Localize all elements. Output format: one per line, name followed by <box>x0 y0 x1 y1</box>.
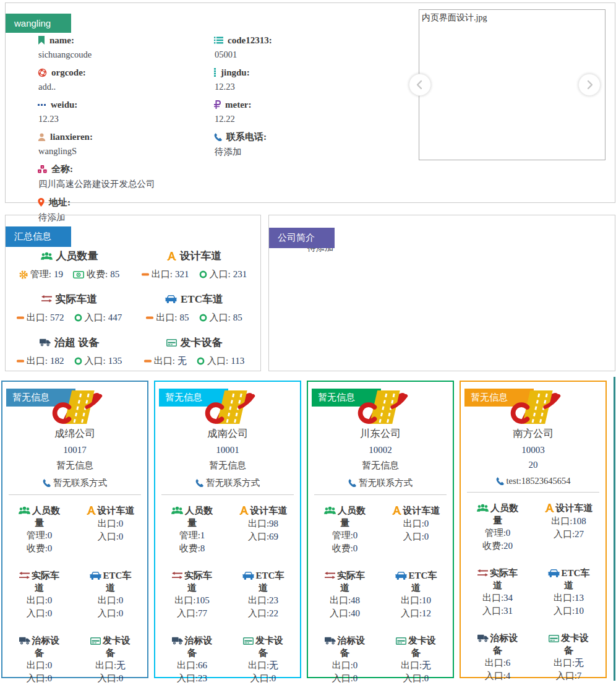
company-contact: 暂无联系方式 <box>9 477 141 495</box>
card-stat: 出口48 <box>309 594 380 607</box>
field-label: 联系电话: <box>214 131 406 143</box>
field-label: name: <box>38 34 214 46</box>
tab-company-name[interactable]: wangling <box>6 14 71 33</box>
summary-group: 治超 设备 出口182 入口135 <box>7 335 132 367</box>
company-contact: 暂无联系方式 <box>161 477 294 495</box>
truck-icon <box>325 637 336 645</box>
summary-stat: 入口85 <box>199 312 242 324</box>
company-card[interactable]: 暂无信息 成南公司 10001 暂无信息 暂无联系方式 人员数量 管理1收费8 … <box>154 381 301 678</box>
card-group-title: 人员数量 <box>168 505 216 529</box>
money-icon <box>73 271 84 278</box>
card-group-title: 发卡设备 <box>545 632 593 657</box>
tab-company-profile[interactable]: 公司简介 <box>269 228 335 248</box>
card-icon <box>90 637 101 645</box>
field-label-text: 联系电话: <box>226 131 267 143</box>
company-code: 10002 <box>308 445 453 455</box>
card-group-title: 发卡设备 <box>87 635 135 659</box>
card-stat: 出口0 <box>380 517 451 530</box>
field-value: 12.23 <box>215 82 406 92</box>
exchange-icon <box>477 569 488 577</box>
card-stat: 出口0 <box>4 659 75 672</box>
company-name: 成绵公司 <box>2 427 147 441</box>
carousel-prev-button[interactable] <box>409 74 431 96</box>
card-stat: 收费8 <box>156 542 228 555</box>
card-group-title: 实际车道 <box>168 570 216 594</box>
truck-icon <box>477 634 489 642</box>
card-stat: 出口0 <box>4 594 75 607</box>
company-card[interactable]: 暂无信息 川东公司 10002 暂无信息 暂无联系方式 人员数量 管理0收费0 … <box>307 381 454 678</box>
map-marker-icon <box>38 198 45 207</box>
field-label-text: weidu: <box>51 100 77 110</box>
card-stats-grid: 人员数量 管理0收费20 设计车道 出口108入口27 实际车道 出口34入口3… <box>461 493 605 683</box>
card-group-title: 发卡设备 <box>239 635 288 659</box>
company-contact-text: 暂无联系方式 <box>53 477 107 489</box>
card-stat: 出口105 <box>156 594 228 607</box>
card-stat-group: 实际车道 出口34入口31 <box>462 567 533 618</box>
card-group-title: 治标设备 <box>15 635 64 659</box>
tab-summary-info[interactable]: 汇总信息 <box>6 226 71 247</box>
field-label: 全称: <box>38 163 214 175</box>
phone-icon <box>348 479 356 487</box>
card-stat: 入口22 <box>228 607 299 620</box>
cubes-icon <box>38 165 47 173</box>
ring-icon <box>197 357 205 365</box>
card-stat-group: 治标设备 出口66入口23 <box>156 635 228 685</box>
card-stat: 收费0 <box>4 542 75 555</box>
field-value: add.. <box>38 82 214 92</box>
card-group-title: 治标设备 <box>168 635 216 659</box>
card-stat: 收费20 <box>462 540 533 553</box>
company-code: 10017 <box>2 445 147 455</box>
summary-stat: 出口572 <box>17 312 64 324</box>
company-card[interactable]: 暂无信息 南方公司 10003 20 test:18523645654 人员数量… <box>460 381 607 678</box>
car-icon <box>548 569 560 577</box>
ring-icon <box>74 314 82 322</box>
company-contact: 暂无联系方式 <box>314 477 447 495</box>
dashed-bar-icon <box>214 68 216 77</box>
company-card[interactable]: 暂无信息 成绵公司 10017 暂无信息 暂无联系方式 人员数量 管理0收费0 … <box>1 381 148 678</box>
card-stat: 出口0 <box>309 659 380 672</box>
summary-group-stats: 出口85 入口85 <box>132 312 257 324</box>
card-stat-group: 人员数量 管理1收费8 <box>156 505 228 555</box>
carousel-next-button[interactable] <box>578 74 601 96</box>
company-info: 暂无信息 <box>2 460 147 472</box>
card-stat: 管理1 <box>156 529 228 542</box>
card-stat: 入口7 <box>533 670 604 683</box>
card-stat-group: 设计车道 出口98入口69 <box>228 505 299 555</box>
truck-icon <box>40 338 51 347</box>
card-group-title: 治标设备 <box>321 635 369 659</box>
card-icon <box>396 637 406 645</box>
image-caption: 内页界面设计.jpg <box>419 10 605 24</box>
card-stat: 入口0 <box>75 607 146 620</box>
card-stat: 入口0 <box>4 672 75 685</box>
card-stat-group: 发卡设备 出口无入口0 <box>380 635 451 685</box>
company-profile-panel: 公司简介 待添加 <box>268 215 615 371</box>
field-label-text: code12313: <box>228 35 272 46</box>
company-code: 10003 <box>461 445 605 455</box>
exchange-icon <box>172 572 182 580</box>
company-contact-text: 暂无联系方式 <box>359 477 413 489</box>
minus-icon <box>17 360 24 363</box>
field-label: code12313: <box>214 34 406 46</box>
card-stat: 出口108 <box>533 515 604 528</box>
card-stat-group: ETC车道 出口10入口12 <box>380 570 451 620</box>
card-stat: 出口34 <box>462 592 533 605</box>
card-stat: 出口6 <box>462 657 533 670</box>
card-group-title: 实际车道 <box>474 567 522 592</box>
field: lianxieren: wanglingS <box>38 131 214 157</box>
card-stat-group: 实际车道 出口48入口40 <box>309 570 380 620</box>
bookmark-icon <box>38 36 45 45</box>
card-stat-group: 人员数量 管理0收费0 <box>309 505 380 555</box>
card-stat-group: 发卡设备 出口无入口0 <box>75 635 146 685</box>
users-icon <box>477 504 489 512</box>
card-stat: 入口31 <box>462 605 533 618</box>
field: 全称: 四川高速公路建设开发总公司 <box>38 163 214 190</box>
company-info: 暂无信息 <box>308 460 453 472</box>
phone-icon <box>496 477 504 485</box>
card-group-title: 发卡设备 <box>392 635 440 659</box>
summary-group-title: 实际车道 <box>7 292 132 306</box>
card-stat: 出口98 <box>228 517 299 530</box>
card-group-title: 设计车道 <box>239 505 288 517</box>
exchange-icon <box>41 295 52 303</box>
company-logo-icon <box>45 389 105 425</box>
minus-icon <box>144 360 152 363</box>
